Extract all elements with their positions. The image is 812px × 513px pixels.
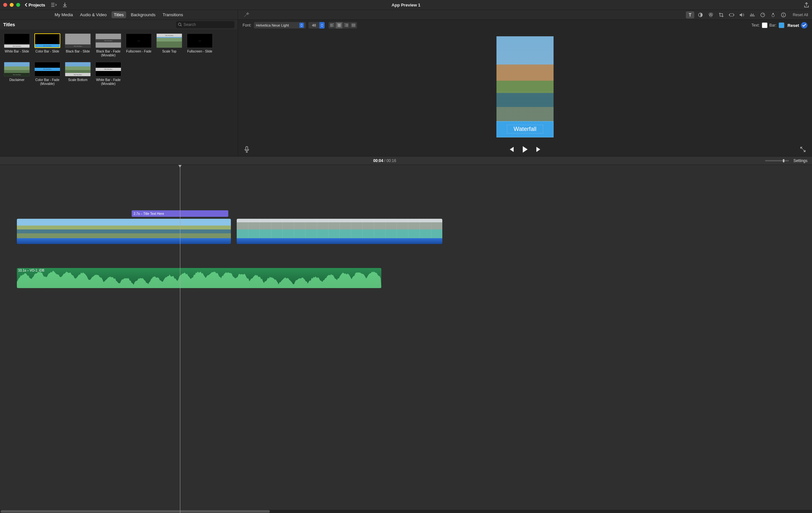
reset-all-button[interactable]: Reset All <box>793 12 808 17</box>
preview-canvas[interactable]: Waterfall <box>496 36 554 138</box>
text-color-swatch[interactable] <box>762 22 767 28</box>
title-item[interactable]: Title Text HereWhite Bar - Slide <box>4 33 30 57</box>
inspector-pane: T Reset All Font: Helvetica Neue Light <box>238 10 812 156</box>
title-item[interactable]: Title Text HereColor Bar - Fade (Movable… <box>34 62 60 86</box>
font-size-stepper[interactable] <box>319 22 325 29</box>
horizontal-scrollbar-thumb[interactable] <box>1 510 270 513</box>
title-overlay[interactable]: Waterfall <box>496 121 554 138</box>
search-field-wrap[interactable] <box>176 21 234 28</box>
tab-titles[interactable]: Titles <box>112 11 126 18</box>
tab-audio-video[interactable]: Audio & Video <box>78 11 109 18</box>
play-button[interactable] <box>522 146 528 153</box>
tab-transitions[interactable]: Transitions <box>160 11 185 18</box>
zoom-slider-thumb[interactable] <box>783 159 784 162</box>
voiceover-button[interactable] <box>244 146 249 153</box>
chevron-left-icon <box>25 3 28 7</box>
titles-grid: Title Text HereWhite Bar - SlideTitle Te… <box>0 29 238 156</box>
share-button[interactable] <box>804 2 809 7</box>
title-item-label: Scale Bottom <box>68 78 87 82</box>
font-value: Helvetica Neue Light <box>256 23 289 27</box>
video-clip-2-thumbs <box>237 219 442 238</box>
zoom-slider[interactable] <box>765 160 789 161</box>
playback-controls <box>238 143 812 156</box>
inspector-toolbar: T Reset All <box>238 10 812 20</box>
next-button[interactable] <box>536 147 542 152</box>
align-justify-button[interactable] <box>350 22 357 29</box>
search-input[interactable] <box>183 22 233 27</box>
audio-clip-label: 10.1s – VO-1: iDB <box>18 269 45 272</box>
title-item-label: Black Bar - Slide <box>66 50 90 54</box>
title-item[interactable]: Title Text HereScale Bottom <box>65 62 91 86</box>
timeline-header: 00:04 / 00:16 Settings <box>0 156 812 165</box>
title-item-label: White Bar - Fade (Movable) <box>95 78 121 86</box>
title-inspector-tab[interactable]: T <box>686 11 694 19</box>
title-item[interactable]: —Fullscreen - Fade <box>126 33 152 57</box>
color-balance-tab[interactable] <box>696 11 705 19</box>
align-left-button[interactable] <box>328 22 336 29</box>
noise-reduction-tab[interactable] <box>748 11 757 19</box>
font-label: Font: <box>242 23 251 28</box>
apply-button[interactable] <box>801 22 808 29</box>
title-thumbnail: Title Text Here <box>4 62 30 77</box>
close-window-button[interactable] <box>3 3 7 7</box>
speed-tab[interactable] <box>758 11 767 19</box>
font-select[interactable]: Helvetica Neue Light <box>254 22 306 29</box>
audio-clip[interactable]: 10.1s – VO-1: iDB <box>17 268 381 288</box>
timeline-settings-button[interactable]: Settings <box>793 158 808 163</box>
title-item[interactable]: —Fullscreen - Slide <box>187 33 213 57</box>
font-size-field[interactable]: 48 <box>309 22 319 29</box>
title-item[interactable]: Title Text HereBlack Bar - Slide <box>65 33 91 57</box>
prev-button[interactable] <box>509 147 514 152</box>
svg-rect-6 <box>730 13 733 16</box>
align-right-button[interactable] <box>343 22 350 29</box>
alignment-group <box>328 22 357 29</box>
fullscreen-window-button[interactable] <box>16 3 20 7</box>
color-correction-tab[interactable] <box>706 11 715 19</box>
stabilization-tab[interactable] <box>727 11 736 19</box>
audio-waveform <box>17 268 381 288</box>
fullscreen-button[interactable] <box>800 147 806 152</box>
tab-my-media[interactable]: My Media <box>52 11 75 18</box>
title-item-label: White Bar - Slide <box>4 50 29 54</box>
title-item-label: Disclaimer <box>9 78 25 82</box>
tab-backgrounds[interactable]: Backgrounds <box>129 11 158 18</box>
title-thumbnail: Title Text Here <box>95 33 121 48</box>
svg-rect-7 <box>729 14 730 16</box>
import-button[interactable] <box>63 2 67 7</box>
title-clip-label: 2.7s – Title Text Here <box>134 212 164 215</box>
minimize-window-button[interactable] <box>10 3 13 7</box>
library-list-button[interactable] <box>51 3 57 7</box>
title-thumbnail: Title Text Here <box>4 33 30 48</box>
video-clip-1[interactable] <box>17 219 231 244</box>
text-color-label: Text: <box>751 23 759 28</box>
bar-color-swatch[interactable] <box>779 22 784 28</box>
title-thumbnail: Title Text Here <box>34 33 60 48</box>
horizontal-scrollbar[interactable] <box>0 510 812 513</box>
volume-tab[interactable] <box>738 11 746 19</box>
info-tab[interactable] <box>779 11 788 19</box>
title-item[interactable]: Title Text HereDisclaimer <box>4 62 30 86</box>
title-item[interactable]: Title Text HereWhite Bar - Fade (Movable… <box>95 62 121 86</box>
video-clip-2[interactable] <box>237 219 442 244</box>
crop-tab[interactable] <box>717 11 725 19</box>
title-item[interactable]: Title Text HereScale Top <box>156 33 182 57</box>
back-label: Projects <box>29 3 45 7</box>
back-to-projects-button[interactable]: Projects <box>25 3 45 7</box>
align-center-button[interactable] <box>336 22 343 29</box>
clip-filter-tab[interactable] <box>769 11 777 19</box>
video-clip-1-thumbs <box>17 219 231 238</box>
playhead[interactable] <box>180 165 180 513</box>
title-item[interactable]: Title Text HereColor Bar - Slide <box>34 33 60 57</box>
magic-wand-button[interactable] <box>242 12 249 18</box>
title-thumbnail: Title Text Here <box>65 62 91 77</box>
svg-text:T: T <box>689 12 691 18</box>
reset-button[interactable]: Reset <box>788 23 799 28</box>
title-thumbnail: — <box>187 33 213 48</box>
viewer: Waterfall <box>238 31 812 143</box>
svg-point-0 <box>178 23 181 26</box>
timeline[interactable]: 2.7s – Title Text Here 10.1s – VO-1: iDB <box>0 165 812 513</box>
window-title: App Preview 1 <box>392 3 420 7</box>
titlebar: Projects App Preview 1 <box>0 0 812 10</box>
title-item[interactable]: Title Text HereBlack Bar - Fade (Movable… <box>95 33 121 57</box>
svg-rect-8 <box>733 14 734 16</box>
